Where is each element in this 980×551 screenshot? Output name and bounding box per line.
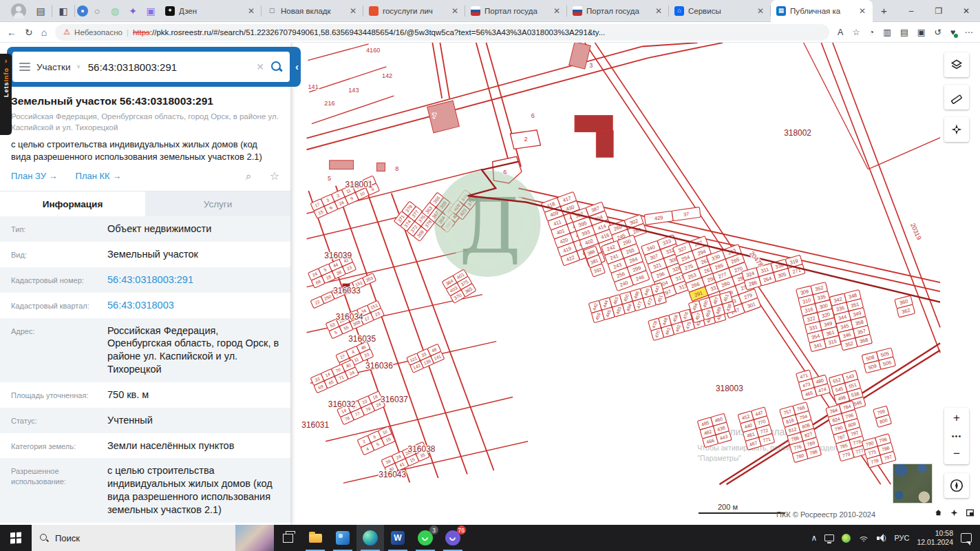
zoom-out-button[interactable]: − [944,444,969,464]
info-row-label: Разрешенное использование: [11,464,107,516]
spark-icon[interactable]: ✦ [124,2,142,20]
split-screen-icon[interactable]: ▥ [883,27,891,37]
search-icon[interactable] [270,61,283,73]
window-controls: – ❐ ✕ [897,0,980,22]
chevron-down-icon[interactable]: ˅ [77,63,81,70]
star-map-icon[interactable] [950,508,959,517]
collections-icon[interactable]: ▤ [900,27,908,37]
map-label: 316043 [379,470,406,479]
more-icon[interactable]: ⋯ [965,27,974,37]
sidebar-icon[interactable]: ◧ [54,2,72,20]
language-indicator[interactable]: РУС [894,534,909,542]
tab-close-icon[interactable]: ✕ [552,6,562,16]
zoom-in-button[interactable]: + [944,408,969,428]
globe-icon[interactable]: ● [77,6,88,17]
tab-close-icon[interactable]: ✕ [858,6,867,16]
letsinfo-ribbon[interactable]: › LetsInfo [0,54,12,135]
task-view-button[interactable] [274,525,301,551]
new-tab-button[interactable]: + [873,5,895,17]
plan-zu-link[interactable]: План ЗУ → [11,171,58,181]
tray-chevron-icon[interactable]: ∧ [811,533,818,543]
history-icon[interactable]: ↺ [935,27,941,37]
essentials-icon[interactable]: ♥ [950,28,955,37]
preview-icon[interactable]: ⌕ [246,170,252,183]
antivirus-icon[interactable] [842,534,851,543]
clock[interactable]: 10:58 12.01.2024 [917,529,953,547]
minimap-toggle-icon[interactable] [966,508,974,517]
browser-tab-2[interactable]: ▢ Новая вкладк ✕ [262,0,363,22]
photos-button[interactable] [329,525,356,551]
browser-tab-4[interactable]: Портал госуда ✕ [465,0,567,22]
menu-icon[interactable] [19,61,30,73]
locate-button[interactable] [944,117,969,142]
display-icon[interactable] [824,534,834,541]
restore-button[interactable]: ❐ [925,0,952,22]
copilot-icon[interactable]: ◔ [869,28,875,37]
read-aloud-icon[interactable]: A [838,28,843,37]
info-row-value[interactable]: 56:43:0318003 [107,299,279,312]
speaker-icon[interactable]: ) [877,534,886,542]
map-label: 316031 [301,420,329,430]
clear-icon[interactable]: ✕ [256,61,264,72]
whatsapp-button[interactable]: 3 [412,525,439,551]
browser-tab-1[interactable]: ✦ Дзен ✕ [160,0,262,22]
close-button[interactable]: ✕ [952,0,980,22]
browser-tab-6[interactable]: ⌂ Сервисы ✕ [669,0,771,22]
pkk-favicon-icon: ▦ [776,6,786,16]
home-map-icon[interactable] [934,508,943,517]
parcel-number: 37 [683,211,690,218]
tab-close-icon[interactable]: ✕ [348,6,358,16]
search-icon [39,533,49,543]
zoom-levels-button[interactable]: ••• [944,428,969,444]
edge-icon [363,530,378,545]
ribbon-arrow-icon: › [5,56,8,65]
layers-button[interactable] [944,52,969,77]
favorite-icon[interactable]: ☆ [852,27,860,37]
address-bar[interactable]: ⚠ Небезопасно | https://pkk.rosreestr.ru… [55,24,829,41]
tab-close-icon[interactable]: ✕ [756,6,765,16]
home-icon[interactable]: ⌂ [41,27,47,38]
map-label: 316039 [324,251,352,260]
word-button[interactable]: W [384,525,412,551]
phone-app-button[interactable]: 76 [439,525,467,551]
search-input[interactable] [87,61,251,74]
action-center-icon[interactable] [961,533,972,543]
tab-close-icon[interactable]: ✕ [246,6,256,16]
minimize-button[interactable]: – [897,0,925,22]
star-icon[interactable]: ☆ [270,169,279,183]
edge-button[interactable] [356,525,384,551]
collections-icon[interactable]: ▤ [32,2,50,20]
newtab-favicon-icon: ▢ [267,6,277,16]
info-row-value[interactable]: 56:43:0318003:291 [107,273,279,287]
ribbon-brand: LetsInfo [3,67,10,97]
wifi-icon[interactable] [858,534,869,542]
collapse-panel-icon[interactable]: ‹ [295,61,299,72]
tab-close-icon[interactable]: ✕ [450,6,460,16]
copy-icon[interactable]: ▣ [917,27,926,37]
loop-icon[interactable]: ◍ [106,2,124,20]
profile-avatar-icon[interactable] [11,3,26,19]
tab-close-icon[interactable]: ✕ [654,6,663,16]
map-footer-icons [934,508,974,517]
browser-tab-5[interactable]: Портал госуда ✕ [567,0,669,22]
info-row: Площадь уточненная:750 кв. м [0,382,290,408]
minimap-thumbnail[interactable] [893,464,933,503]
info-row-label: Категория земель: [11,439,107,453]
circle-icon[interactable]: ○ [88,2,106,20]
taskbar-search[interactable]: Поиск [32,525,235,551]
panel-tab-information[interactable]: Информация [0,191,145,216]
apps-icon[interactable]: ▣ [142,2,160,20]
browser-tab-7[interactable]: ▦ Публичная ка ✕ [771,0,873,22]
measure-button[interactable] [944,85,969,110]
plan-kk-link[interactable]: План КК → [76,171,122,181]
compass-button[interactable] [944,473,969,498]
tab-label: Портал госуда [484,7,548,15]
file-explorer-button[interactable] [301,525,329,551]
panel-tab-services[interactable]: Услуги [145,191,290,216]
back-icon[interactable]: ← [7,27,17,38]
start-button[interactable] [0,525,32,551]
widgets-thumbnail[interactable] [235,525,274,551]
refresh-icon[interactable]: ↻ [25,27,33,38]
search-category[interactable]: Участки [36,62,71,72]
browser-tab-3[interactable]: госуслуги лич ✕ [363,0,465,22]
